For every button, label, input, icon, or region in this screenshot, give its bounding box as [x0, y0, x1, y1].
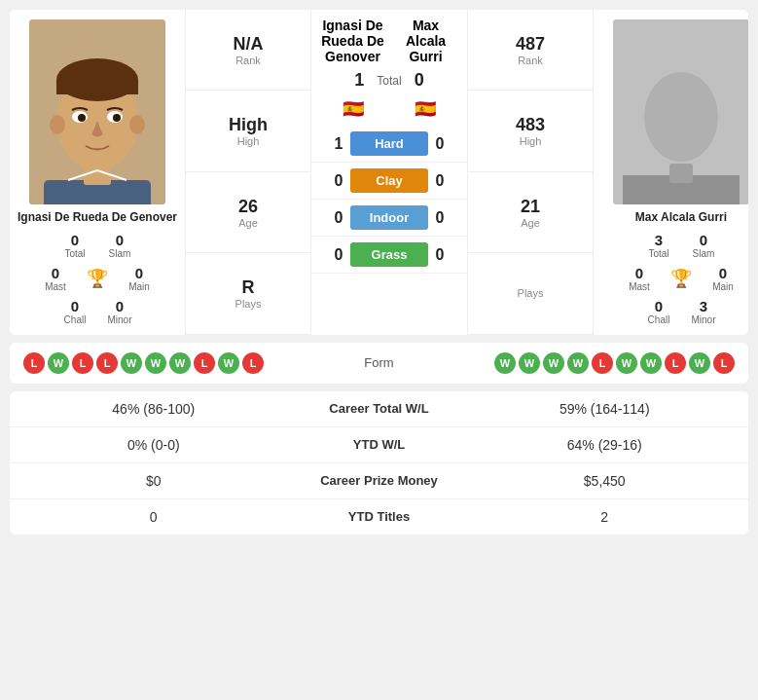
age-label-left: Age	[238, 217, 258, 229]
left-minor-label: Minor	[102, 314, 137, 325]
form-badge-right: L	[665, 352, 686, 374]
rank-label-right: Rank	[518, 55, 543, 66]
stats-center-label: YTD W/L	[282, 437, 477, 452]
left-mast-value: 0	[38, 265, 73, 281]
right-total-cell: 3 Total	[641, 232, 676, 259]
right-mast-value: 0	[622, 265, 657, 281]
right-minor-label: Minor	[686, 314, 721, 325]
right-total-value: 3	[641, 232, 676, 248]
age-value-left: 26	[238, 197, 258, 217]
right-stats-row1: 3 Total 0 Slam	[641, 232, 721, 259]
left-stats-row2: 0 Mast 🏆 0 Main	[38, 265, 157, 292]
comparison-top: Ignasi De Rueda De Genover 0 Total 0 Sla…	[10, 10, 748, 335]
grass-right: 0	[428, 246, 451, 264]
right-flag: 🇪🇸	[413, 100, 438, 118]
form-container: LWLLWWWLWL Form WWWWLWWLWL	[23, 352, 735, 374]
right-chall-cell: 0 Chall	[641, 298, 676, 325]
form-badge-left: L	[96, 352, 118, 374]
svg-point-8	[129, 115, 145, 134]
age-label-right: Age	[521, 217, 540, 229]
stats-right-val: $5,450	[477, 473, 734, 489]
left-player-name: Ignasi De Rueda De Genover	[18, 210, 177, 226]
stats-right-val: 64% (29-16)	[477, 437, 734, 453]
left-main-label: Main	[122, 281, 157, 292]
form-badge-right: W	[567, 352, 589, 374]
left-minor-value: 0	[102, 298, 137, 314]
indoor-button[interactable]: Indoor	[350, 205, 428, 230]
stats-center-label: Career Prize Money	[282, 473, 477, 488]
grass-button[interactable]: Grass	[350, 242, 428, 267]
right-mast-label: Mast	[622, 281, 657, 292]
form-badge-right: W	[640, 352, 662, 374]
form-badge-left: W	[48, 352, 69, 374]
total-label: Total	[377, 74, 401, 88]
left-main-value: 0	[122, 265, 157, 281]
form-badge-left: W	[121, 352, 142, 374]
stats-left-val: 46% (86-100)	[25, 401, 282, 417]
left-flag: 🇪🇸	[341, 100, 366, 118]
left-player-panel: Ignasi De Rueda De Genover 0 Total 0 Sla…	[10, 10, 185, 335]
rank-label-left: Rank	[235, 55, 261, 66]
grass-left: 0	[327, 246, 350, 264]
left-minor-cell: 0 Minor	[102, 298, 137, 325]
surface-rows: 1 Hard 0 0 Clay 0 0 Indoor 0 0 Grass	[311, 126, 467, 274]
plays-value-left: R	[242, 277, 255, 298]
left-total-cell: 0 Total	[57, 232, 92, 259]
left-stats-row3: 0 Chall 0 Minor	[57, 298, 137, 325]
right-slam-value: 0	[686, 232, 721, 248]
clay-button[interactable]: Clay	[350, 168, 428, 193]
left-total-label: Total	[57, 248, 92, 259]
right-main-label: Main	[705, 281, 740, 292]
form-badge-right: W	[543, 352, 564, 374]
main-container: Ignasi De Rueda De Genover 0 Total 0 Sla…	[0, 0, 758, 544]
age-block-left: 26 Age	[186, 172, 310, 253]
plays-label-right: Plays	[518, 287, 544, 299]
total-right-score: 0	[410, 70, 429, 91]
left-chall-label: Chall	[57, 314, 92, 325]
right-chall-label: Chall	[641, 314, 676, 325]
plays-label-left: Plays	[235, 298, 262, 310]
stats-center-label: Career Total W/L	[282, 401, 477, 416]
indoor-right: 0	[428, 209, 451, 227]
stats-left-val: $0	[25, 473, 282, 489]
right-minor-value: 3	[686, 298, 721, 314]
left-middle-stats: N/A Rank High High 26 Age R Plays	[185, 10, 311, 335]
grass-row: 0 Grass 0	[311, 237, 467, 274]
form-badge-right: W	[616, 352, 637, 374]
left-total-value: 0	[57, 232, 92, 248]
right-slam-label: Slam	[686, 248, 721, 259]
right-minor-cell: 3 Minor	[686, 298, 721, 325]
hard-left: 1	[327, 135, 350, 153]
left-slam-value: 0	[102, 232, 137, 248]
left-mast-label: Mast	[38, 281, 73, 292]
right-player-panel: Max Alcala Gurri 3 Total 0 Slam 0 Mast 🏆	[594, 10, 748, 335]
right-stats-row3: 0 Chall 3 Minor	[641, 298, 721, 325]
svg-point-11	[78, 114, 86, 122]
form-badge-left: W	[145, 352, 166, 374]
flag-row: 🇪🇸 🇪🇸	[311, 98, 467, 126]
form-badge-right: L	[713, 352, 735, 374]
stats-center-label: YTD Titles	[282, 509, 477, 524]
clay-left: 0	[327, 172, 350, 190]
clay-right: 0	[428, 172, 451, 190]
stats-right-val: 2	[477, 509, 734, 525]
rank-value-right: 487	[516, 34, 545, 55]
center-column: Ignasi De Rueda De Genover Max Alcala Gu…	[311, 10, 467, 335]
form-badge-right: W	[689, 352, 710, 374]
hard-button[interactable]: Hard	[350, 131, 428, 156]
stats-row: $0 Career Prize Money $5,450	[10, 463, 748, 499]
left-form-badges: LWLLWWWLWL	[23, 352, 264, 374]
plays-block-left: R Plays	[186, 253, 310, 334]
left-player-photo	[29, 19, 165, 204]
age-value-right: 21	[521, 197, 540, 217]
stats-left-val: 0	[25, 509, 282, 525]
stats-table: 46% (86-100) Career Total W/L 59% (164-1…	[10, 391, 748, 534]
svg-point-17	[644, 72, 718, 162]
form-section: LWLLWWWLWL Form WWWWLWWLWL	[10, 343, 748, 384]
high-value-right: 483	[516, 115, 545, 135]
left-slam-cell: 0 Slam	[102, 232, 137, 259]
left-name-center: Ignasi De Rueda De Genover	[321, 18, 384, 64]
right-name-center: Max Alcala Gurri	[394, 18, 457, 64]
form-label: Form	[273, 355, 485, 370]
high-block-left: High High	[186, 91, 310, 171]
